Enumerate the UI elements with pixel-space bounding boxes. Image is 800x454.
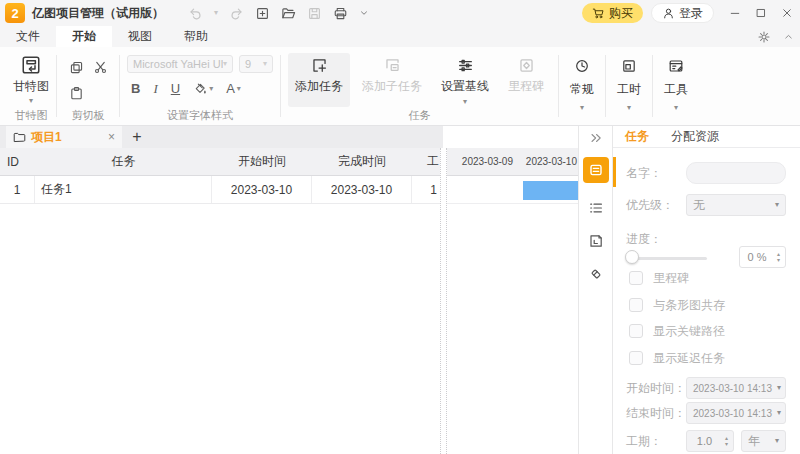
name-row: 名字： bbox=[613, 162, 800, 184]
copy-button[interactable] bbox=[69, 60, 84, 75]
progress-slider-handle[interactable] bbox=[625, 250, 639, 264]
bold-button[interactable]: B bbox=[131, 82, 140, 96]
clipboard-group-caption: 剪切板 bbox=[72, 108, 105, 123]
document-tab-project1[interactable]: 项目1 × bbox=[6, 126, 122, 148]
double-chevron-right-icon bbox=[589, 131, 603, 145]
chevron-down-icon: ▾ bbox=[777, 410, 781, 416]
progress-slider-track[interactable] bbox=[629, 257, 707, 260]
add-subtask-button[interactable]: 添加子任务 bbox=[355, 53, 429, 107]
cell-id[interactable]: 1 bbox=[0, 176, 35, 203]
duration-spinner[interactable]: 1.0 ▴▾ bbox=[686, 430, 734, 452]
spinner-arrows[interactable]: ▴▾ bbox=[774, 252, 785, 263]
save-button[interactable] bbox=[307, 6, 322, 21]
column-header-start: 开始时间 bbox=[212, 148, 312, 175]
worktime-button[interactable]: 工时 ▾ bbox=[606, 51, 652, 125]
undo-dropdown[interactable]: ▾ bbox=[214, 10, 218, 16]
font-size-select[interactable]: 9 ▾ bbox=[239, 55, 273, 73]
add-task-button[interactable]: 添加任务 bbox=[288, 53, 350, 107]
gantt-pane: 2023-03-09 2023-03-10 bbox=[447, 148, 578, 454]
sidebar-tab-resource[interactable]: 分配资源 bbox=[671, 128, 719, 145]
gantt-task-bar[interactable] bbox=[523, 181, 582, 200]
ribbon: 甘特图 ▾ 甘特图 bbox=[0, 47, 800, 126]
chevron-down-icon: ▾ bbox=[580, 105, 584, 111]
cut-button[interactable] bbox=[93, 60, 108, 75]
tab-close-button[interactable]: × bbox=[108, 130, 115, 144]
open-file-button[interactable] bbox=[281, 6, 296, 21]
login-button[interactable]: 登录 bbox=[651, 3, 714, 23]
collapse-ribbon-button[interactable] bbox=[783, 31, 794, 42]
chevron-down-icon: ▾ bbox=[223, 61, 227, 67]
milestone-checkbox[interactable] bbox=[629, 271, 643, 285]
font-color-button[interactable]: A ▾ bbox=[226, 82, 241, 96]
buy-button[interactable]: 购买 bbox=[582, 3, 643, 23]
underline-button[interactable]: U bbox=[171, 82, 180, 96]
new-tab-button[interactable]: + bbox=[127, 126, 147, 148]
paste-button[interactable] bbox=[69, 86, 84, 101]
expand-panel-button[interactable] bbox=[589, 131, 603, 145]
menu-home[interactable]: 开始 bbox=[56, 26, 112, 47]
duration-value: 1.0 bbox=[687, 435, 722, 447]
titlebar: 2 亿图项目管理（试用版） ▾ bbox=[0, 0, 800, 26]
save-icon bbox=[307, 6, 322, 21]
delayed-tasks-checkbox[interactable] bbox=[629, 351, 643, 365]
maximize-icon bbox=[755, 7, 767, 19]
coexist-checkbox[interactable] bbox=[629, 298, 643, 312]
cell-duration[interactable]: 1 bbox=[412, 176, 440, 203]
panel-icon-strip bbox=[578, 126, 612, 454]
column-header-id: ID bbox=[0, 148, 35, 175]
sidebar-tabs: 任务 分配资源 bbox=[613, 126, 800, 148]
panel-note-button[interactable] bbox=[588, 233, 604, 249]
priority-select[interactable]: 无 ▾ bbox=[686, 194, 786, 216]
fill-color-button[interactable]: ▾ bbox=[193, 82, 213, 96]
maximize-button[interactable] bbox=[748, 0, 774, 26]
name-input[interactable] bbox=[686, 162, 786, 184]
menu-file[interactable]: 文件 bbox=[0, 26, 56, 47]
font-family-value: Microsoft YaHei UI bbox=[133, 58, 223, 70]
cell-finish[interactable]: 2023-03-10 bbox=[312, 176, 412, 203]
new-file-button[interactable] bbox=[255, 6, 270, 21]
chevron-down-icon bbox=[359, 8, 369, 18]
menu-help[interactable]: 帮助 bbox=[168, 26, 224, 47]
gantt-view-button[interactable]: 甘特图 ▾ bbox=[13, 51, 49, 104]
italic-button[interactable]: I bbox=[153, 82, 157, 96]
print-button[interactable] bbox=[333, 6, 348, 21]
font-group-caption: 设置字体样式 bbox=[167, 108, 233, 123]
set-baseline-button[interactable]: 设置基线 ▾ bbox=[434, 53, 496, 107]
panel-outline-button[interactable] bbox=[588, 200, 604, 216]
column-header-finish: 完成时间 bbox=[312, 148, 412, 175]
coexist-checkbox-label: 与条形图共存 bbox=[653, 295, 725, 315]
task-group: 添加任务 添加子任务 设置基线 ▾ 里程碑 bbox=[281, 51, 558, 125]
duration-unit-value: 年 bbox=[748, 433, 775, 450]
open-folder-icon bbox=[281, 6, 296, 21]
start-time-select[interactable]: 2023-03-10 14:13 ▾ bbox=[686, 377, 786, 399]
redo-button[interactable] bbox=[229, 6, 244, 21]
table-row[interactable]: 1 任务1 2023-03-10 2023-03-10 1 bbox=[0, 176, 440, 204]
column-header-task: 任务 bbox=[35, 148, 212, 175]
table-gantt-splitter[interactable] bbox=[440, 148, 447, 454]
cell-task[interactable]: 任务1 bbox=[35, 176, 212, 203]
spin-up-icon: ▴ bbox=[725, 436, 728, 441]
panel-task-properties-button[interactable] bbox=[583, 157, 609, 183]
toolbar-more-dropdown[interactable] bbox=[359, 8, 369, 18]
chevron-down-icon: ▾ bbox=[209, 86, 213, 92]
menu-view[interactable]: 视图 bbox=[112, 26, 168, 47]
critical-path-checkbox[interactable] bbox=[629, 324, 643, 338]
cell-start[interactable]: 2023-03-10 bbox=[212, 176, 312, 203]
general-button[interactable]: 常规 ▾ bbox=[559, 51, 605, 125]
sidebar-tab-task[interactable]: 任务 bbox=[625, 128, 649, 145]
spinner-arrows[interactable]: ▴▾ bbox=[722, 436, 733, 447]
duration-unit-select[interactable]: 年 ▾ bbox=[741, 430, 786, 452]
checkbox-row-critical-path: 显示关键路径 bbox=[613, 321, 800, 341]
panel-eraser-button[interactable] bbox=[588, 266, 604, 282]
start-time-value: 2023-03-10 14:13 bbox=[693, 383, 777, 394]
milestone-button[interactable]: 里程碑 bbox=[501, 53, 551, 107]
settings-button[interactable] bbox=[757, 30, 771, 44]
undo-button[interactable] bbox=[188, 6, 203, 21]
minimize-button[interactable] bbox=[722, 0, 748, 26]
end-time-select[interactable]: 2023-03-10 14:13 ▾ bbox=[686, 402, 786, 424]
font-family-select[interactable]: Microsoft YaHei UI ▾ bbox=[127, 55, 233, 73]
progress-spinner[interactable]: 0 % ▴▾ bbox=[739, 246, 786, 268]
font-color-letter: A bbox=[226, 82, 235, 96]
tools-button[interactable]: 工具 ▾ bbox=[653, 51, 699, 125]
close-button[interactable] bbox=[774, 0, 800, 26]
